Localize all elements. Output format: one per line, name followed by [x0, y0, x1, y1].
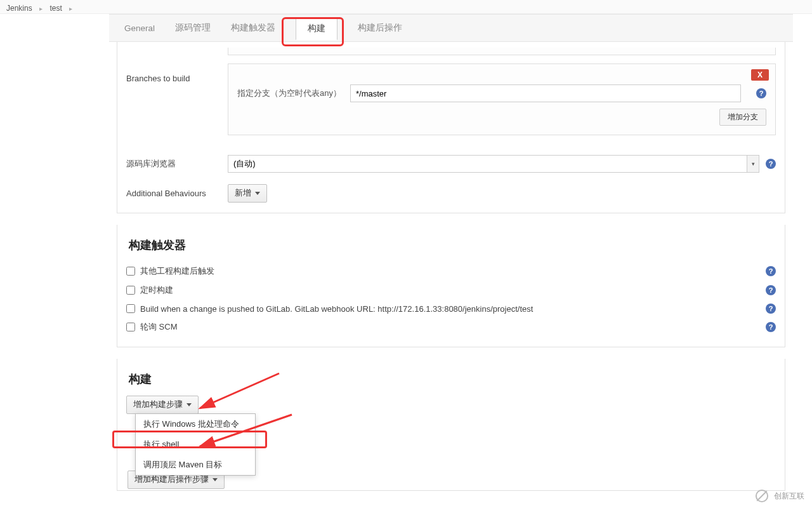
config-tabs: General 源码管理 构建触发器 构建 构建后操作 — [109, 14, 793, 42]
build-panel: 构建 增加构建步骤 执行 Windows 批处理命令 执行 shell 调用顶层… — [117, 359, 785, 491]
chevron-right-icon: ▸ — [39, 5, 43, 12]
crumb-root[interactable]: Jenkins — [6, 4, 32, 13]
repo-browser-select[interactable] — [228, 155, 747, 173]
triggers-title: 构建触发器 — [129, 237, 776, 253]
branches-label: Branches to build — [126, 64, 228, 83]
add-build-step-label: 增加构建步骤 — [133, 399, 183, 410]
logo-icon — [754, 488, 770, 504]
add-post-build-label: 增加构建后操作步骤 — [134, 474, 209, 485]
tab-general[interactable]: General — [124, 23, 155, 33]
additional-behaviours-label: Additional Behaviours — [126, 189, 228, 198]
repo-browser-label: 源码库浏览器 — [126, 158, 228, 170]
delete-branch-button[interactable]: X — [751, 69, 769, 81]
help-icon[interactable]: ? — [766, 304, 776, 314]
add-behaviour-button[interactable]: 新增 — [228, 184, 267, 203]
tab-trigger[interactable]: 构建触发器 — [231, 22, 275, 34]
watermark-text: 创新互联 — [774, 491, 804, 502]
scm-panel: Branches to build X 指定分支（为空时代表any） ? — [117, 42, 785, 213]
watermark: 创新互联 — [754, 488, 804, 504]
menu-item-maven[interactable]: 调用顶层 Maven 目标 — [136, 455, 255, 475]
help-icon[interactable]: ? — [766, 285, 776, 295]
trigger-timer-checkbox[interactable] — [126, 286, 135, 295]
svg-line-3 — [757, 491, 767, 501]
tab-scm[interactable]: 源码管理 — [175, 22, 211, 34]
trigger-gitlab-checkbox[interactable] — [126, 304, 135, 313]
branch-input[interactable] — [350, 84, 741, 102]
add-branch-button[interactable]: 增加分支 — [719, 109, 766, 126]
crumb-item[interactable]: test — [49, 4, 62, 13]
trigger-poll-scm[interactable]: 轮询 SCM — [126, 321, 178, 333]
chevron-down-icon[interactable]: ▾ — [747, 155, 759, 173]
tab-build[interactable]: 构建 — [296, 17, 337, 40]
build-step-menu: 执行 Windows 批处理命令 执行 shell 调用顶层 Maven 目标 — [135, 413, 256, 476]
branch-specifier-box: X 指定分支（为空时代表any） ? 增加分支 — [228, 64, 776, 135]
caret-down-icon — [255, 192, 260, 195]
trigger-gitlab[interactable]: Build when a change is pushed to GitLab.… — [126, 304, 533, 314]
menu-item-windows-batch[interactable]: 执行 Windows 批处理命令 — [136, 414, 255, 434]
trigger-poll-scm-checkbox[interactable] — [126, 323, 135, 331]
trigger-timer[interactable]: 定时构建 — [126, 284, 173, 296]
breadcrumb: Jenkins ▸ test ▸ — [0, 0, 812, 14]
help-icon[interactable]: ? — [756, 88, 766, 98]
add-behaviour-label: 新增 — [235, 188, 251, 199]
right-gutter — [793, 14, 812, 508]
trigger-after-other-checkbox[interactable] — [126, 267, 135, 276]
help-icon[interactable]: ? — [766, 266, 776, 276]
chevron-right-icon: ▸ — [69, 5, 72, 12]
branch-field-label: 指定分支（为空时代表any） — [237, 88, 341, 99]
build-title: 构建 — [129, 371, 776, 387]
menu-item-shell[interactable]: 执行 shell — [136, 434, 255, 455]
help-icon[interactable]: ? — [766, 322, 776, 332]
main-content: General 源码管理 构建触发器 构建 构建后操作 Branches to … — [109, 14, 793, 508]
triggers-panel: 构建触发器 其他工程构建后触发 ? 定时构建 ? — [117, 225, 785, 347]
add-build-step-button[interactable]: 增加构建步骤 — [126, 396, 199, 414]
trigger-after-other[interactable]: 其他工程构建后触发 — [126, 265, 214, 277]
caret-down-icon — [213, 478, 218, 481]
left-gutter — [0, 14, 109, 508]
help-icon[interactable]: ? — [766, 159, 776, 169]
caret-down-icon — [187, 403, 192, 406]
tab-post[interactable]: 构建后操作 — [358, 22, 402, 34]
